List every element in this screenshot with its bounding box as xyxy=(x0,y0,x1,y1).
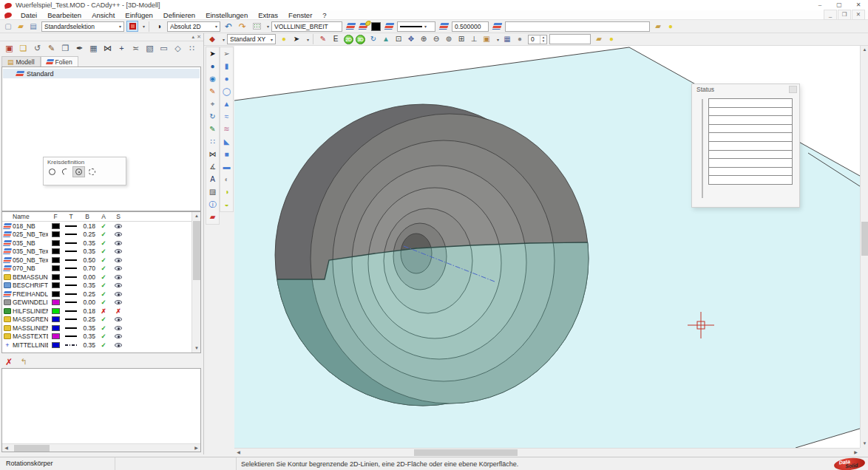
scrollbar-thumb[interactable] xyxy=(14,445,50,452)
view-extra-field[interactable] xyxy=(549,34,591,44)
wedge-icon[interactable]: ◣ xyxy=(221,136,232,148)
polyline-icon[interactable]: ⋈ xyxy=(101,43,114,54)
sketch-pencil-icon[interactable]: ✎ xyxy=(207,86,218,98)
layer-color-swatch[interactable] xyxy=(52,299,60,305)
pan-icon[interactable]: ✥ xyxy=(405,34,417,45)
linetype-name-field[interactable]: VOLLLINIE_BREIT xyxy=(271,21,342,32)
header-name[interactable]: Name xyxy=(13,213,48,220)
scroll-up-arrow[interactable]: ▲ xyxy=(192,212,201,220)
line-width-field[interactable]: 0.500000 xyxy=(452,21,489,32)
tree-item-standard[interactable]: Standard xyxy=(3,69,200,78)
layer-row[interactable]: MASSGREN... 0.25 ✓ xyxy=(2,316,200,324)
history-icon[interactable]: ↺ xyxy=(31,43,44,54)
grid-snap-button[interactable] xyxy=(251,21,262,32)
layer-visible-icon[interactable]: ✗ xyxy=(110,307,126,315)
layer-active-icon[interactable]: ✓ xyxy=(97,341,110,349)
double-lamp-icon[interactable]: ● xyxy=(606,34,617,45)
scroll-right-arrow[interactable]: ▶ xyxy=(852,449,860,457)
layer-color-swatch[interactable] xyxy=(52,325,60,331)
layer-visible-icon[interactable] xyxy=(110,241,126,245)
angle-icon[interactable]: ∡ xyxy=(207,161,218,173)
box-icon[interactable]: ■ xyxy=(221,149,232,160)
scroll-down-arrow[interactable]: ▼ xyxy=(192,344,201,352)
copy-sheet-icon[interactable]: ❏ xyxy=(17,43,30,54)
bool-subtract-icon[interactable]: ◑ xyxy=(221,186,232,198)
orbit-icon[interactable]: ↻ xyxy=(367,34,379,45)
circle-button[interactable] xyxy=(46,166,58,177)
menu-datei[interactable]: Datei xyxy=(16,10,42,20)
layer-active-icon[interactable]: ✓ xyxy=(97,290,110,298)
header-a[interactable]: A xyxy=(97,213,110,220)
layer-row[interactable]: 070_NB 0.70 ✓ xyxy=(2,265,200,273)
crosshair-icon[interactable]: + xyxy=(115,43,128,54)
perpendicular-icon[interactable]: ⊥ xyxy=(468,34,480,45)
arc-button[interactable] xyxy=(59,166,72,177)
layer-row[interactable]: 050_NB_Text 0.50 ✓ xyxy=(2,256,200,265)
label-pen-icon[interactable]: ✒ xyxy=(73,43,86,54)
layer-visible-icon[interactable] xyxy=(110,224,126,228)
status-window-button[interactable] xyxy=(789,86,797,93)
redo-icon[interactable]: ↷ xyxy=(237,21,248,32)
layer-row[interactable]: BEMASSUN... 0.00 ✓ xyxy=(2,273,200,282)
selection-combo[interactable]: Standardselektion▾ xyxy=(41,21,124,32)
layer-color-swatch[interactable] xyxy=(52,257,60,263)
menu-einstellungen[interactable]: Einstellungen xyxy=(200,10,253,20)
layer-color-swatch[interactable] xyxy=(52,248,60,254)
draw-pen-icon[interactable]: ✎ xyxy=(207,123,218,135)
render-dropdown-caret[interactable]: ▾ xyxy=(223,37,225,42)
layer-linetype[interactable] xyxy=(65,319,77,320)
layer-color-swatch[interactable] xyxy=(52,240,60,246)
scroll-up-arrow[interactable]: ▲ xyxy=(861,46,868,54)
cylinder-icon[interactable]: ▮ xyxy=(221,61,232,72)
layer-linetype[interactable] xyxy=(65,302,77,303)
layer-active-icon[interactable]: ✓ xyxy=(97,333,110,340)
layer-active-icon[interactable]: ✓ xyxy=(97,273,110,281)
layer-visible-icon[interactable] xyxy=(110,249,126,253)
scroll-left-arrow[interactable]: ◀ xyxy=(234,449,243,457)
layer-color-swatch[interactable] xyxy=(52,265,60,271)
mdi-minimize-button[interactable]: _ xyxy=(824,10,837,20)
tab-modell[interactable]: ▤Modell xyxy=(1,56,41,67)
layer-color-swatch[interactable] xyxy=(52,282,60,288)
linestyle-combo[interactable]: ▾ xyxy=(397,21,435,32)
layer-swap-icon[interactable] xyxy=(345,21,356,32)
header-s[interactable]: S xyxy=(110,213,126,220)
current-color-swatch[interactable] xyxy=(371,22,381,31)
header-b[interactable]: B xyxy=(79,213,97,220)
viewport-vscrollbar[interactable]: ▲ ▼ xyxy=(860,46,868,448)
delete-selection-button[interactable]: ✗ xyxy=(3,356,15,367)
layer-active-icon[interactable]: ✓ xyxy=(97,239,110,247)
layer-active-icon[interactable]: ✓ xyxy=(97,265,110,272)
layer-pen-icon[interactable] xyxy=(438,21,450,32)
layer-linetype[interactable] xyxy=(65,327,77,329)
layer-linetype[interactable] xyxy=(65,285,77,286)
layer-visible-icon[interactable] xyxy=(110,343,126,347)
circle-center-button[interactable] xyxy=(72,166,85,177)
mdi-restore-button[interactable]: ❐ xyxy=(838,10,851,20)
layer-linetype[interactable] xyxy=(65,293,77,295)
select-icon[interactable]: ➤ xyxy=(207,48,218,60)
scrollbar-thumb[interactable] xyxy=(861,222,868,256)
menu-bearbeiten[interactable]: Bearbeiten xyxy=(42,10,87,20)
redline-pen-icon[interactable]: ✎ xyxy=(317,34,329,45)
view-2d-badge[interactable]: 2D xyxy=(344,35,353,44)
layer-color-swatch[interactable] xyxy=(52,308,60,314)
layer-color-swatch[interactable] xyxy=(52,274,60,280)
eraser-icon[interactable]: ▰ xyxy=(207,211,218,223)
mdi-close-button[interactable]: ✕ xyxy=(852,10,865,20)
viewport-hscrollbar[interactable]: ◀ ▶ xyxy=(234,448,860,456)
layer-active-icon[interactable]: ✓ xyxy=(97,248,110,255)
layer-row[interactable]: GEWINDELI... 0.00 ✓ xyxy=(2,299,200,307)
rotate-body-icon[interactable]: ↻ xyxy=(207,111,218,123)
layer-name-icon[interactable] xyxy=(491,21,503,32)
tab-folien[interactable]: Folien xyxy=(41,56,78,67)
scrollbar-thumb[interactable] xyxy=(193,221,200,280)
sweep-icon[interactable]: ≈ xyxy=(221,111,232,123)
pick-dropdown-caret[interactable]: ▾ xyxy=(307,37,309,42)
layer-name-field[interactable] xyxy=(505,21,650,32)
minimize-button[interactable]: – xyxy=(810,0,830,10)
circle-dashed-button[interactable] xyxy=(86,166,98,177)
hatch-icon[interactable]: ▨ xyxy=(207,186,218,198)
edit-sheet-icon[interactable]: ❐ xyxy=(59,43,72,54)
undo-icon[interactable]: ↶ xyxy=(223,21,234,32)
